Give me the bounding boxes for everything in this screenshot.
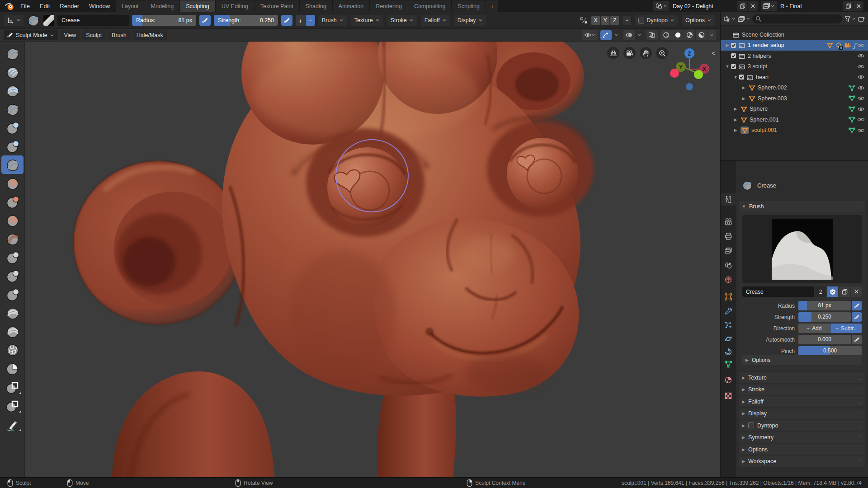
overlays-toggle[interactable] <box>623 30 635 40</box>
outliner-row-sphere-001[interactable]: ▶Sphere.001 <box>721 114 868 125</box>
direction-subtr-button[interactable]: −Subtr.. <box>830 324 862 333</box>
workspace-tab-modeling[interactable]: Modeling <box>145 0 180 12</box>
radius-slider[interactable]: 81 px <box>798 301 851 310</box>
camera-view-button[interactable] <box>623 47 636 59</box>
outliner-row-scene-collection[interactable]: Scene Collection <box>721 29 868 40</box>
visibility-checkbox[interactable] <box>739 74 745 80</box>
expand-toggle[interactable]: ▶ <box>741 85 747 90</box>
properties-tab-layer[interactable] <box>721 244 736 257</box>
panel-options[interactable]: ▶Options:::: <box>739 444 865 455</box>
brush-thumbnail[interactable] <box>43 15 54 26</box>
panel-symmetry[interactable]: ▶Symmetry:::: <box>739 432 865 443</box>
hide-in-viewport-eye-icon[interactable] <box>857 64 865 69</box>
brush-name-field[interactable]: Crease <box>742 286 814 297</box>
outliner-row-2-helpers[interactable]: 2 helpers <box>721 51 868 61</box>
orthographic-grid-button[interactable] <box>607 47 619 59</box>
tool-menu-falloff[interactable]: Falloff <box>421 15 450 26</box>
view-layer-new-copy-button[interactable] <box>843 1 853 11</box>
show-object-types-dropdown[interactable] <box>582 30 598 40</box>
panel-workspace[interactable]: ▶Workspace:::: <box>739 456 865 467</box>
properties-tab-texture[interactable] <box>721 389 736 402</box>
new-collection-button[interactable] <box>858 15 865 22</box>
expand-toggle[interactable]: ▶ <box>732 128 739 132</box>
brush-preview[interactable] <box>742 215 862 283</box>
active-tool-selector[interactable] <box>4 15 24 26</box>
symmetry-z-toggle[interactable]: Z <box>610 16 619 25</box>
strength-slider[interactable]: Strength: 0.250 <box>214 15 278 26</box>
tool-mask[interactable] <box>1 359 24 378</box>
outliner-row-3-sculpt[interactable]: ▼3 sculpt <box>721 61 868 72</box>
radius-pressure-toggle[interactable] <box>199 15 211 26</box>
tool-grab[interactable] <box>1 248 24 267</box>
tool-scrape[interactable] <box>1 211 24 230</box>
properties-tab-data[interactable] <box>721 358 736 371</box>
tool-nudge[interactable] <box>1 304 24 322</box>
panel-dyntopo[interactable]: ▶Dyntopo:::: <box>739 420 865 431</box>
hide-in-viewport-eye-icon[interactable] <box>857 43 865 48</box>
properties-tab-physics[interactable] <box>721 333 736 345</box>
options-dropdown[interactable]: Options <box>682 15 715 26</box>
workspace-tab-rendering[interactable]: Rendering <box>370 0 408 12</box>
properties-tab-world[interactable] <box>721 273 736 286</box>
dyntopo-toggle[interactable]: Dyntopo <box>635 15 678 26</box>
unlink-brush-button[interactable] <box>851 286 862 297</box>
hide-in-viewport-eye-icon[interactable] <box>857 75 865 80</box>
panel-texture[interactable]: ▶Texture:::: <box>739 372 865 383</box>
tool-clay-strips[interactable] <box>1 81 24 100</box>
outliner-row-1-render-setup[interactable]: ▶1 render setup9ʃ <box>721 40 868 51</box>
visibility-checkbox[interactable] <box>731 53 736 59</box>
tool-menu-brush[interactable]: Brush <box>318 15 347 26</box>
properties-tab-render[interactable] <box>721 216 736 228</box>
options-subpanel-header[interactable]: ▶Options <box>742 355 862 365</box>
properties-tab-particles[interactable] <box>721 319 736 331</box>
scene-new-copy-button[interactable] <box>737 1 747 11</box>
outliner-row-sphere-003[interactable]: ▶Sphere.003 <box>721 93 868 104</box>
pan-view-button[interactable] <box>640 47 652 59</box>
expand-toggle[interactable]: ▶ <box>724 43 731 47</box>
hide-in-viewport-eye-icon[interactable] <box>857 117 865 122</box>
hide-in-viewport-eye-icon[interactable] <box>857 53 865 58</box>
tool-clay[interactable] <box>1 63 24 81</box>
autosmooth-pressure-toggle[interactable] <box>852 335 862 344</box>
workspace-tab-layout[interactable]: Layout <box>116 0 145 12</box>
filter-dropdown[interactable] <box>844 16 856 22</box>
workspace-tab-uv-editing[interactable]: UV Editing <box>216 0 255 12</box>
fake-user-toggle[interactable] <box>827 286 838 297</box>
tool-flatten[interactable] <box>1 192 24 211</box>
tool-menu-stroke[interactable]: Stroke <box>387 15 417 26</box>
direction-subtract-button[interactable]: − <box>306 15 315 26</box>
scene-delete-button[interactable] <box>748 1 758 11</box>
symmetry-dropdown[interactable] <box>623 16 631 25</box>
add-workspace-tab[interactable]: + <box>486 0 499 12</box>
viewport-menu-sculpt[interactable]: Sculpt <box>82 30 106 40</box>
panel-display[interactable]: ▶Display:::: <box>739 408 865 419</box>
expand-toggle[interactable]: ▼ <box>732 75 739 80</box>
crease-brush-icon[interactable] <box>27 14 40 27</box>
outliner-row-sphere[interactable]: ▶Sphere <box>721 104 868 115</box>
properties-tab-constraints[interactable] <box>721 346 736 358</box>
workspace-tab-sculpting[interactable]: Sculpting <box>180 0 215 12</box>
tool-crease[interactable] <box>1 155 24 174</box>
gizmo-y-negative[interactable] <box>694 70 703 79</box>
viewport-menu-brush[interactable]: Brush <box>108 30 131 40</box>
shading-wireframe-button[interactable] <box>660 30 672 40</box>
shading-rendered-button[interactable] <box>696 30 707 40</box>
hide-in-viewport-eye-icon[interactable] <box>857 96 865 101</box>
scene-icon[interactable] <box>653 1 669 11</box>
properties-tab-object[interactable] <box>721 291 736 303</box>
xray-toggle[interactable] <box>646 30 658 40</box>
panel-stroke[interactable]: ▶Stroke:::: <box>739 385 865 395</box>
tool-simplify[interactable] <box>1 341 24 359</box>
direction-add-button[interactable]: +Add <box>798 324 830 333</box>
menu-edit[interactable]: Edit <box>35 0 55 12</box>
tool-snake-hook[interactable] <box>1 267 24 285</box>
view-layer-icon[interactable] <box>761 1 777 11</box>
properties-tab-tool[interactable] <box>721 193 736 206</box>
mode-selector[interactable]: Sculpt Mode <box>4 30 58 40</box>
hide-in-viewport-eye-icon[interactable] <box>857 128 865 133</box>
tool-thumb[interactable] <box>1 285 24 304</box>
menu-window[interactable]: Window <box>84 0 115 12</box>
dyntopo-checkbox[interactable] <box>638 18 644 23</box>
brush-name-field[interactable]: Crease <box>57 15 129 26</box>
view-layer-name-field[interactable]: R - Final <box>777 1 843 11</box>
